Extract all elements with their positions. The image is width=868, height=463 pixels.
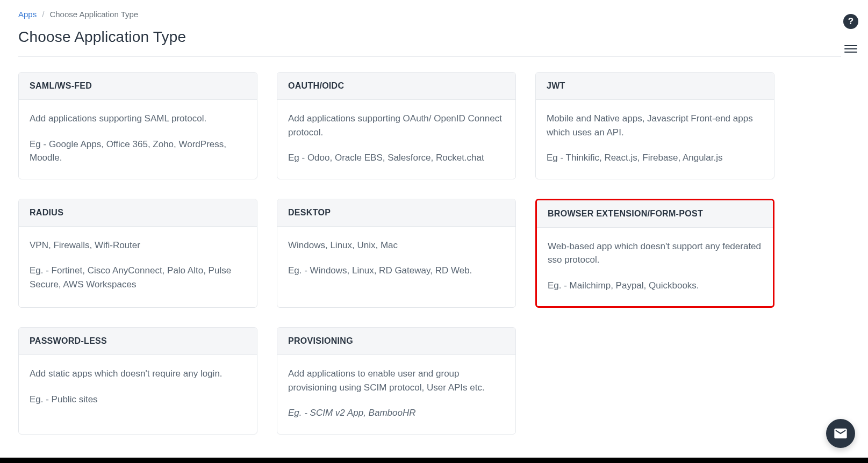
card-desc: VPN, Firewalls, Wifi-Router xyxy=(30,238,246,252)
chat-button[interactable] xyxy=(826,419,855,448)
card-body: Windows, Linux, Unix, Mac Eg. - Windows,… xyxy=(277,227,515,292)
card-title: PROVISIONING xyxy=(288,336,505,346)
card-examples: Eg. - Fortinet, Cisco AnyConnect, Palo A… xyxy=(30,264,246,291)
card-desc: Windows, Linux, Unix, Mac xyxy=(288,238,505,252)
card-title: PASSWORD-LESS xyxy=(30,336,246,346)
card-body: Add static apps which doesn't require an… xyxy=(19,355,257,420)
card-desc: Mobile and Native apps, Javascript Front… xyxy=(547,112,763,139)
card-title: SAML/WS-FED xyxy=(30,81,246,91)
card-examples: Eg. - Mailchimp, Paypal, Quickbooks. xyxy=(548,279,762,293)
card-header: PROVISIONING xyxy=(277,328,515,355)
card-oauth-oidc[interactable]: OAUTH/OIDC Add applications supporting O… xyxy=(277,72,516,179)
card-body: Add applications to enable user and grou… xyxy=(277,355,515,434)
breadcrumb-root-link[interactable]: Apps xyxy=(18,10,37,19)
card-body: Mobile and Native apps, Javascript Front… xyxy=(536,100,774,179)
card-header: OAUTH/OIDC xyxy=(277,73,515,100)
hamburger-icon xyxy=(844,52,857,53)
card-examples: Eg - Thinkific, React.js, Firebase, Angu… xyxy=(547,151,763,165)
breadcrumb: Apps / Choose Application Type xyxy=(18,10,841,19)
card-jwt[interactable]: JWT Mobile and Native apps, Javascript F… xyxy=(535,72,774,179)
card-browser-extension-form-post[interactable]: BROWSER EXTENSION/FORM-POST Web-based ap… xyxy=(535,199,774,308)
hamburger-menu-button[interactable] xyxy=(844,45,857,53)
card-saml-ws-fed[interactable]: SAML/WS-FED Add applications supporting … xyxy=(18,72,257,179)
mail-icon xyxy=(833,426,848,441)
card-header: JWT xyxy=(536,73,774,100)
card-title: JWT xyxy=(547,81,763,91)
page-title: Choose Application Type xyxy=(18,28,841,46)
card-desc: Add static apps which doesn't require an… xyxy=(30,367,246,381)
card-examples: Eg - Odoo, Oracle EBS, Salesforce, Rocke… xyxy=(288,151,505,165)
card-examples: Eg. - Public sites xyxy=(30,393,246,407)
card-body: Add applications supporting OAuth/ OpenI… xyxy=(277,100,515,179)
bottom-strip xyxy=(0,458,868,463)
card-desc: Add applications supporting OAuth/ OpenI… xyxy=(288,112,505,139)
card-header: SAML/WS-FED xyxy=(19,73,257,100)
card-title: OAUTH/OIDC xyxy=(288,81,505,91)
help-icon: ? xyxy=(848,16,853,27)
card-desc: Add applications supporting SAML protoco… xyxy=(30,112,246,126)
card-header: PASSWORD-LESS xyxy=(19,328,257,355)
card-provisioning[interactable]: PROVISIONING Add applications to enable … xyxy=(277,327,516,435)
card-body: Web-based app which doesn't support any … xyxy=(537,228,773,307)
card-title: DESKTOP xyxy=(288,208,505,218)
app-type-grid: SAML/WS-FED Add applications supporting … xyxy=(18,72,841,435)
hamburger-icon xyxy=(844,48,857,49)
card-header: DESKTOP xyxy=(277,199,515,227)
card-examples: Eg. - SCIM v2 App, BambooHR xyxy=(288,406,505,420)
divider xyxy=(18,56,841,57)
card-desktop[interactable]: DESKTOP Windows, Linux, Unix, Mac Eg. - … xyxy=(277,199,516,308)
breadcrumb-current: Choose Application Type xyxy=(49,10,138,19)
card-examples: Eg - Google Apps, Office 365, Zoho, Word… xyxy=(30,138,246,165)
card-title: RADIUS xyxy=(30,208,246,218)
card-radius[interactable]: RADIUS VPN, Firewalls, Wifi-Router Eg. -… xyxy=(18,199,257,308)
card-body: Add applications supporting SAML protoco… xyxy=(19,100,257,179)
help-button[interactable]: ? xyxy=(843,14,858,29)
breadcrumb-separator: / xyxy=(42,10,44,19)
hamburger-icon xyxy=(844,45,857,46)
card-examples: Eg. - Windows, Linux, RD Gateway, RD Web… xyxy=(288,264,505,278)
card-password-less[interactable]: PASSWORD-LESS Add static apps which does… xyxy=(18,327,257,435)
card-header: RADIUS xyxy=(19,199,257,227)
card-header: BROWSER EXTENSION/FORM-POST xyxy=(537,200,773,228)
side-controls: ? xyxy=(843,14,858,53)
card-desc: Web-based app which doesn't support any … xyxy=(548,240,762,267)
card-body: VPN, Firewalls, Wifi-Router Eg. - Fortin… xyxy=(19,227,257,306)
card-desc: Add applications to enable user and grou… xyxy=(288,367,505,394)
card-title: BROWSER EXTENSION/FORM-POST xyxy=(548,209,762,219)
